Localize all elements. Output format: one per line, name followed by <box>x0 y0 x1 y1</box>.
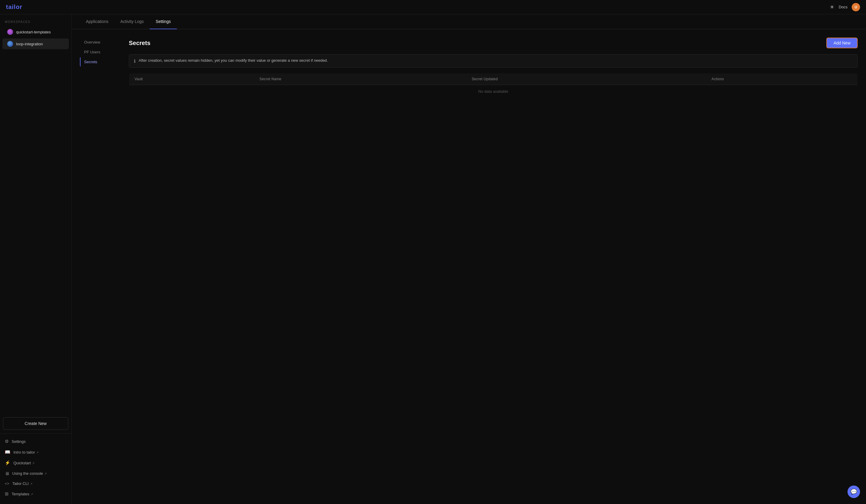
cli-icon: <> <box>5 481 9 486</box>
sidebar-item-console-label: Using the console ↗ <box>12 471 47 476</box>
content-inner: Overview PF Users Secrets Secrets Add Ne… <box>71 29 866 504</box>
sidebar-item-tailor-cli[interactable]: <> Tailor CLI ↗ <box>0 479 71 489</box>
chat-icon: 💬 <box>851 489 857 495</box>
app-logo: tailor <box>6 3 22 10</box>
col-actions: Actions <box>706 74 857 85</box>
avatar[interactable]: U <box>852 3 860 11</box>
sidebar: WORKSPACES quickstart-templates loop-int… <box>0 14 71 504</box>
panel-header: Secrets Add New <box>129 37 858 48</box>
main-panel: Secrets Add New ℹ After creation, secret… <box>129 37 858 496</box>
sidebar-item-templates-label: Templates ↗ <box>12 492 33 496</box>
sidebar-bottom: ⚙ Settings 📖 Intro to tailor ↗ ⚡ Quickst… <box>0 433 71 504</box>
add-new-button[interactable]: Add New <box>826 37 858 48</box>
topbar-right: ☀ Docs U <box>830 3 860 11</box>
col-secret-updated: Secret Updated <box>466 74 706 85</box>
no-data-cell: No data available <box>129 85 858 98</box>
sub-nav-secrets[interactable]: Secrets <box>80 57 122 67</box>
settings-icon: ⚙ <box>5 439 9 444</box>
sub-nav: Overview PF Users Secrets <box>80 37 122 496</box>
chat-bubble[interactable]: 💬 <box>847 485 860 498</box>
sidebar-item-intro-to-tailor[interactable]: 📖 Intro to tailor ↗ <box>0 447 71 458</box>
panel-title: Secrets <box>129 40 150 46</box>
topbar: tailor ☀ Docs U <box>0 0 866 14</box>
docs-link[interactable]: Docs <box>839 5 847 9</box>
sidebar-item-intro-label: Intro to tailor ↗ <box>13 450 39 455</box>
no-data-row: No data available <box>129 85 858 98</box>
workspace-item-loop-integration[interactable]: loop-integration <box>2 38 69 49</box>
book-icon: 📖 <box>5 449 10 455</box>
workspace-icon-loop <box>7 41 13 47</box>
theme-toggle-icon[interactable]: ☀ <box>830 4 834 10</box>
sidebar-item-quickstart-label: Quickstart ↗ <box>13 461 35 465</box>
tab-settings[interactable]: Settings <box>150 14 177 29</box>
sidebar-item-settings[interactable]: ⚙ Settings <box>0 436 71 447</box>
col-secret-name: Secret Name <box>254 74 466 85</box>
sidebar-item-settings-label: Settings <box>12 439 26 444</box>
sidebar-item-quickstart[interactable]: ⚡ Quickstart ↗ <box>0 458 71 468</box>
sidebar-item-cli-label: Tailor CLI ↗ <box>12 481 33 486</box>
secrets-table: Vault Secret Name Secret Updated Actions… <box>129 73 858 98</box>
info-banner: ℹ After creation, secret values remain h… <box>129 54 858 68</box>
sidebar-item-using-the-console[interactable]: 🖥 Using the console ↗ <box>0 468 71 479</box>
tab-activity-logs[interactable]: Activity Logs <box>114 14 150 29</box>
table-header-row: Vault Secret Name Secret Updated Actions <box>129 74 858 85</box>
workspaces-label: WORKSPACES <box>0 14 71 26</box>
info-text: After creation, secret values remain hid… <box>139 58 328 63</box>
sub-nav-overview[interactable]: Overview <box>80 37 122 47</box>
info-icon: ℹ <box>134 58 136 64</box>
templates-icon: ⊞ <box>5 491 9 496</box>
tab-applications[interactable]: Applications <box>80 14 114 29</box>
quickstart-icon: ⚡ <box>5 460 10 466</box>
tabs: Applications Activity Logs Settings <box>71 14 866 29</box>
workspace-label: quickstart-templates <box>16 30 51 34</box>
content-area: Applications Activity Logs Settings Over… <box>71 14 866 504</box>
sub-nav-pf-users[interactable]: PF Users <box>80 47 122 57</box>
workspace-item-quickstart-templates[interactable]: quickstart-templates <box>2 26 69 37</box>
main-layout: WORKSPACES quickstart-templates loop-int… <box>0 14 866 504</box>
console-icon: 🖥 <box>5 471 9 476</box>
sidebar-item-templates[interactable]: ⊞ Templates ↗ <box>0 489 71 499</box>
workspace-label-active: loop-integration <box>16 42 43 46</box>
workspace-icon-quickstart <box>7 29 13 35</box>
create-new-button[interactable]: Create New <box>3 417 68 430</box>
col-vault: Vault <box>129 74 254 85</box>
